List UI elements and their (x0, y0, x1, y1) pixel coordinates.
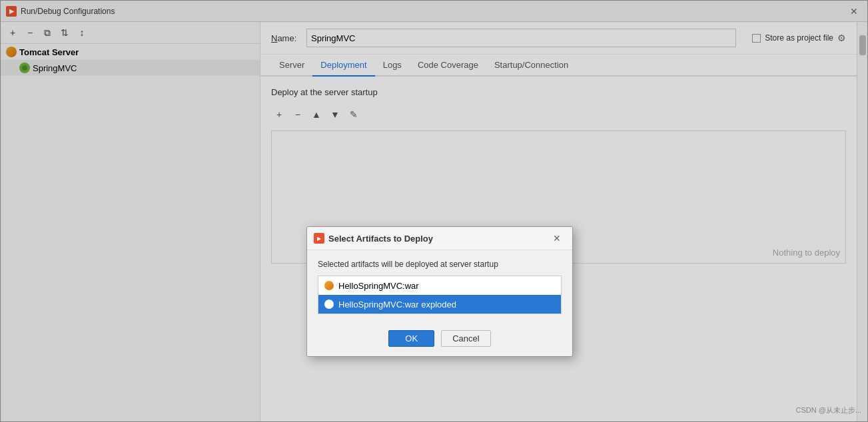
dialog-cancel-button[interactable]: Cancel (441, 330, 490, 347)
dialog-title: Select Artifacts to Deploy (328, 234, 433, 244)
dialog-title-left: ▶ Select Artifacts to Deploy (314, 233, 433, 244)
artifact-tomcat-icon-selected (324, 300, 334, 309)
main-window: ▶ Run/Debug Configurations ✕ + − ⧉ ⇅ ↕ T… (0, 0, 868, 422)
artifact-list: HelloSpringMVC:war HelloSpringMVC:war ex… (318, 276, 562, 314)
dialog-body: Selected artifacts will be deployed at s… (307, 250, 572, 323)
dialog-ok-button[interactable]: OK (388, 330, 434, 347)
artifact-icon-exploded (324, 299, 334, 310)
modal-overlay: ▶ Select Artifacts to Deploy ✕ Selected … (0, 0, 868, 422)
dialog-title-bar: ▶ Select Artifacts to Deploy ✕ (307, 227, 572, 250)
artifact-item-war[interactable]: HelloSpringMVC:war (318, 276, 561, 295)
artifact-tomcat-icon (324, 281, 334, 290)
artifact-label-war: HelloSpringMVC:war (338, 281, 419, 291)
artifact-item-war-exploded[interactable]: HelloSpringMVC:war exploded (318, 295, 561, 314)
dialog-footer: OK Cancel (307, 323, 572, 356)
artifact-label-war-exploded: HelloSpringMVC:war exploded (338, 300, 456, 310)
dialog-app-icon: ▶ (314, 233, 324, 244)
dialog-close-button[interactable]: ✕ (548, 231, 566, 246)
artifact-icon-war (324, 280, 334, 291)
dialog-subtitle: Selected artifacts will be deployed at s… (318, 260, 562, 269)
select-artifacts-dialog: ▶ Select Artifacts to Deploy ✕ Selected … (306, 226, 573, 357)
